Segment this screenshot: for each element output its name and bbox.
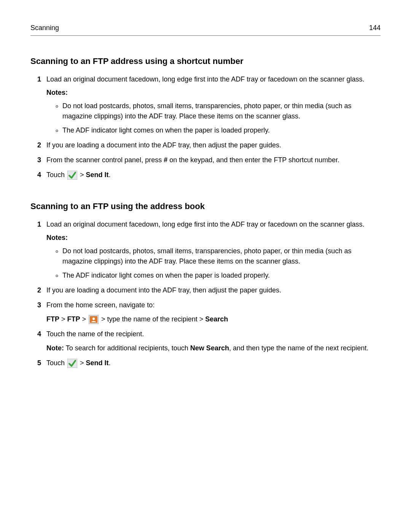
nav-ftp: FTP — [46, 315, 59, 323]
step-text: Touch the name of the recipient. — [46, 330, 144, 338]
step-text: Load an original document facedown, long… — [46, 220, 365, 228]
section-b-steps: Load an original document facedown, long… — [37, 219, 381, 368]
step-item: If you are loading a document into the A… — [37, 140, 381, 150]
section-a-steps: Load an original document facedown, long… — [37, 74, 381, 180]
step-text: If you are loading a document into the A… — [46, 286, 281, 294]
page-number: 144 — [369, 23, 381, 33]
new-search-label: New Search — [190, 344, 229, 352]
note-bullet: Do not load postcards, photos, small ite… — [62, 101, 381, 121]
section-b-heading: Scanning to an FTP using the address boo… — [30, 200, 381, 212]
notes-label: Notes: — [46, 233, 381, 243]
address-book-icon — [89, 315, 99, 324]
step-item: Load an original document facedown, long… — [37, 74, 381, 136]
step-note: Note: To search for additional recipient… — [46, 343, 381, 353]
note-label: Note: — [46, 344, 64, 352]
note-bullet: The ADF indicator light comes on when th… — [62, 270, 381, 281]
notes-list: Do not load postcards, photos, small ite… — [56, 101, 381, 136]
nav-ftp: FTP — [67, 315, 80, 323]
step-text-part: From the scanner control panel, press — [46, 156, 164, 164]
nav-search: Search — [205, 315, 228, 323]
step-item: From the scanner control panel, press # … — [37, 155, 381, 165]
section-a-heading: Scanning to an FTP address using a short… — [30, 55, 381, 67]
keypad-hash: # — [164, 156, 167, 164]
step-item: Touch the name of the recipient. Note: T… — [37, 329, 381, 353]
note-text-part: To search for additional recipients, tou… — [64, 344, 190, 352]
nav-separator: > — [59, 315, 67, 323]
step-text: From the home screen, navigate to: — [46, 301, 155, 309]
note-bullet: The ADF indicator light comes on when th… — [62, 125, 381, 136]
step-item: Touch > Send It. — [37, 170, 381, 180]
checkmark-icon — [67, 171, 77, 180]
send-it-label: Send It — [86, 359, 109, 367]
checkmark-icon — [67, 359, 77, 368]
note-bullet: Do not load postcards, photos, small ite… — [62, 246, 381, 267]
step-text: If you are loading a document into the A… — [46, 141, 281, 149]
step-item: If you are loading a document into the A… — [37, 285, 381, 296]
note-text-part: , and then type the name of the next rec… — [229, 344, 368, 352]
step-item: Load an original document facedown, long… — [37, 219, 381, 281]
step-text-part: on the keypad, and then enter the FTP sh… — [167, 156, 339, 164]
nav-text: > type the name of the recipient > — [99, 315, 205, 323]
step-item: Touch > Send It. — [37, 358, 381, 368]
svg-point-3 — [92, 318, 95, 320]
step-text-part: . — [109, 171, 111, 179]
step-text-part: Touch — [46, 359, 67, 367]
step-item: From the home screen, navigate to: FTP >… — [37, 300, 381, 324]
page: Scanning 144 Scanning to an FTP address … — [0, 0, 411, 396]
step-text-part: > — [78, 171, 86, 179]
send-it-label: Send It — [86, 171, 109, 179]
header-section: Scanning — [30, 23, 59, 33]
nav-separator: > — [80, 315, 88, 323]
page-header: Scanning 144 — [30, 23, 381, 36]
step-text-part: . — [109, 359, 111, 367]
step-text: Load an original document facedown, long… — [46, 75, 365, 83]
notes-label: Notes: — [46, 88, 381, 98]
notes-list: Do not load postcards, photos, small ite… — [56, 246, 381, 281]
step-text-part: Touch — [46, 171, 67, 179]
navigation-path: FTP > FTP > > type the name of the recip… — [46, 314, 381, 324]
step-text-part: > — [78, 359, 86, 367]
